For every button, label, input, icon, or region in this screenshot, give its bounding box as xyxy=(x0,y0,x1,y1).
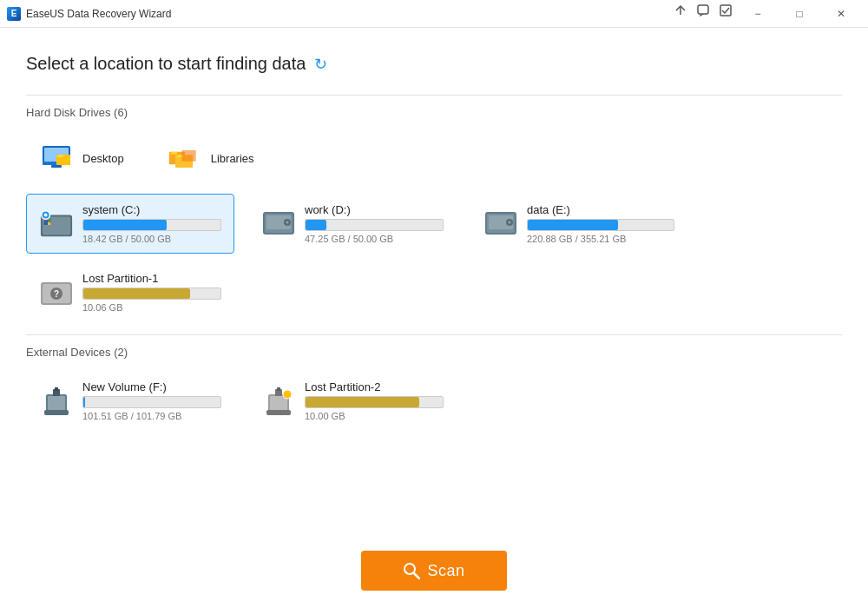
hdd-row1: system (C:) 18.42 GB / 50.00 GB work ( xyxy=(26,194,842,254)
svg-rect-42 xyxy=(266,410,291,415)
lost-partition-1-progress-fill xyxy=(83,288,190,299)
hdd-divider xyxy=(26,95,842,96)
svg-point-23 xyxy=(286,221,289,223)
svg-point-43 xyxy=(283,390,292,399)
new-volume-f-size: 101.51 GB / 101.79 GB xyxy=(82,411,221,421)
svg-rect-9 xyxy=(181,150,195,162)
page-title: Select a location to start finding data xyxy=(26,54,306,74)
system-c-progress-bg xyxy=(82,219,221,231)
minimize-button[interactable]: − xyxy=(738,0,778,28)
desktop-folder-svg xyxy=(39,142,74,174)
data-e-info: data (E:) 220.88 GB / 355.21 GB xyxy=(527,203,674,244)
titlebar-btn-1[interactable] xyxy=(670,0,691,21)
lost-partition-1-card[interactable]: ? Lost Partition-1 10.06 GB xyxy=(26,262,234,322)
usb-svg-f xyxy=(39,384,74,419)
desktop-card[interactable]: Desktop xyxy=(26,131,137,185)
svg-rect-36 xyxy=(55,387,58,391)
svg-point-28 xyxy=(509,221,511,223)
svg-rect-41 xyxy=(277,387,280,391)
lost-partition-1-icon: ? xyxy=(39,275,74,310)
page-header: Select a location to start finding data … xyxy=(26,54,842,74)
svg-rect-1 xyxy=(720,5,731,16)
system-c-size: 18.42 GB / 50.00 GB xyxy=(82,234,221,244)
hdd-section-label: Hard Disk Drives (6) xyxy=(26,106,842,119)
new-volume-f-progress-bg xyxy=(82,396,221,408)
lost-partition-2-info: Lost Partition-2 10.00 GB xyxy=(305,380,444,421)
svg-rect-16 xyxy=(48,221,50,224)
hdd-svg-d xyxy=(261,208,296,240)
data-e-progress-bg xyxy=(527,219,674,231)
usb-lost-svg xyxy=(261,384,296,419)
refresh-icon[interactable]: ↻ xyxy=(314,55,327,74)
scan-button[interactable]: Scan xyxy=(361,551,507,591)
external-divider xyxy=(26,334,842,335)
folder-cards-row: Desktop Libraries xyxy=(26,131,842,185)
svg-line-45 xyxy=(414,573,419,578)
lost-partition-1-info: Lost Partition-1 10.06 GB xyxy=(82,272,221,313)
main-content: Select a location to start finding data … xyxy=(0,28,868,608)
data-e-card[interactable]: data (E:) 220.88 GB / 355.21 GB xyxy=(470,194,687,254)
new-volume-f-label: New Volume (F:) xyxy=(82,380,221,393)
libraries-card[interactable]: Libraries xyxy=(155,131,267,185)
svg-text:?: ? xyxy=(54,289,59,299)
titlebar-btn-2[interactable] xyxy=(693,0,713,21)
svg-rect-15 xyxy=(44,221,47,224)
svg-rect-0 xyxy=(698,5,708,14)
svg-rect-5 xyxy=(51,165,62,168)
desktop-info: Desktop xyxy=(82,152,124,165)
work-d-size: 47.25 GB / 50.00 GB xyxy=(305,234,444,244)
libraries-label: Libraries xyxy=(211,152,254,165)
titlebar-btn-3[interactable] xyxy=(715,0,736,21)
system-c-info: system (C:) 18.42 GB / 50.00 GB xyxy=(82,203,221,244)
lost-partition-2-label: Lost Partition-2 xyxy=(305,380,444,393)
data-e-icon xyxy=(483,207,518,241)
system-c-card[interactable]: system (C:) 18.42 GB / 50.00 GB xyxy=(26,194,234,254)
system-hdd-svg xyxy=(39,208,74,241)
external-section-label: External Devices (2) xyxy=(26,346,842,359)
desktop-label: Desktop xyxy=(82,152,124,165)
work-d-progress-bg xyxy=(305,219,444,231)
hdd-lost-svg: ? xyxy=(39,277,74,308)
svg-point-18 xyxy=(44,213,48,216)
lost-partition-2-progress-bg xyxy=(305,396,444,408)
new-volume-f-info: New Volume (F:) 101.51 GB / 101.79 GB xyxy=(82,380,221,421)
data-e-size: 220.88 GB / 355.21 GB xyxy=(527,234,674,244)
work-d-progress-fill xyxy=(306,220,326,230)
close-button[interactable]: ✕ xyxy=(821,0,861,28)
lost-partition-2-progress-fill xyxy=(306,397,419,407)
new-volume-f-progress-fill xyxy=(83,397,85,407)
system-c-label: system (C:) xyxy=(82,203,221,216)
titlebar-controls: − □ ✕ xyxy=(670,0,861,28)
data-e-progress-fill xyxy=(528,220,618,230)
desktop-icon xyxy=(39,141,74,175)
work-d-label: work (D:) xyxy=(305,203,444,216)
scan-search-icon xyxy=(403,562,420,579)
external-row: New Volume (F:) 101.51 GB / 101.79 GB xyxy=(26,371,842,431)
app-title: EaseUS Data Recovery Wizard xyxy=(26,8,670,20)
hdd-row2: ? Lost Partition-1 10.06 GB xyxy=(26,262,842,322)
lost-partition-2-card[interactable]: Lost Partition-2 10.00 GB xyxy=(248,371,457,431)
libraries-folder-svg xyxy=(168,142,202,174)
new-volume-f-icon xyxy=(39,384,74,419)
app-icon: E xyxy=(7,7,21,21)
work-d-icon xyxy=(261,207,296,241)
new-volume-f-card[interactable]: New Volume (F:) 101.51 GB / 101.79 GB xyxy=(26,371,234,431)
data-e-label: data (E:) xyxy=(527,203,674,216)
system-c-progress-fill xyxy=(83,220,167,230)
system-c-icon xyxy=(39,207,74,241)
svg-rect-37 xyxy=(44,410,69,415)
libraries-icon xyxy=(168,141,202,175)
maximize-button[interactable]: □ xyxy=(779,0,819,28)
lost-partition-1-label: Lost Partition-1 xyxy=(82,272,221,285)
lost-partition-2-icon xyxy=(261,384,296,419)
lost-partition-2-size: 10.00 GB xyxy=(305,411,444,421)
work-d-info: work (D:) 47.25 GB / 50.00 GB xyxy=(305,203,444,244)
lost-partition-1-size: 10.06 GB xyxy=(82,302,221,313)
libraries-info: Libraries xyxy=(211,152,254,165)
work-d-card[interactable]: work (D:) 47.25 GB / 50.00 GB xyxy=(248,194,457,254)
svg-rect-34 xyxy=(48,396,65,410)
scan-btn-container: Scan xyxy=(26,533,842,591)
lost-partition-1-progress-bg xyxy=(82,287,221,300)
hdd-svg-e xyxy=(483,208,518,240)
titlebar: E EaseUS Data Recovery Wizard − □ ✕ xyxy=(0,0,868,28)
